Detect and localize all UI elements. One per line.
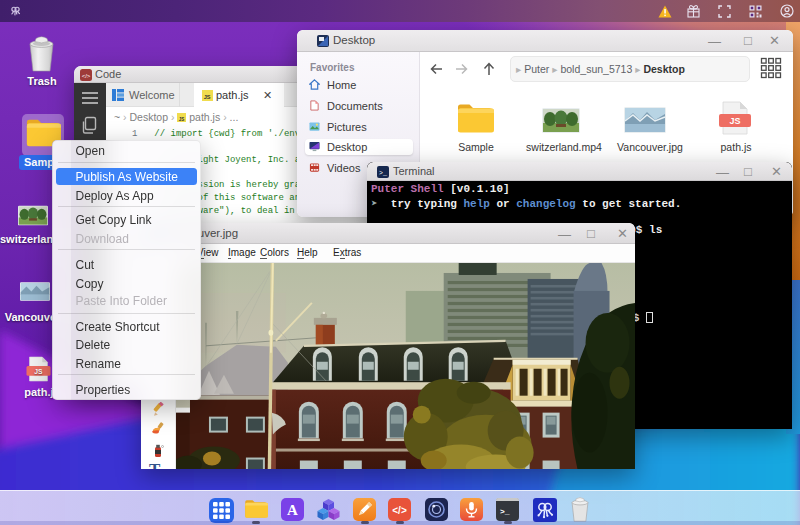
svg-text:JS: JS (179, 117, 185, 122)
svg-text:JS: JS (204, 94, 211, 100)
svg-text:JS: JS (34, 368, 43, 375)
svg-text:</>: </> (82, 73, 91, 79)
svg-text:A: A (287, 502, 298, 518)
svg-text:>_: >_ (379, 170, 387, 177)
svg-text:JS: JS (729, 116, 740, 126)
svg-text:</>: </> (392, 505, 407, 516)
svg-text:>_: >_ (500, 507, 510, 516)
